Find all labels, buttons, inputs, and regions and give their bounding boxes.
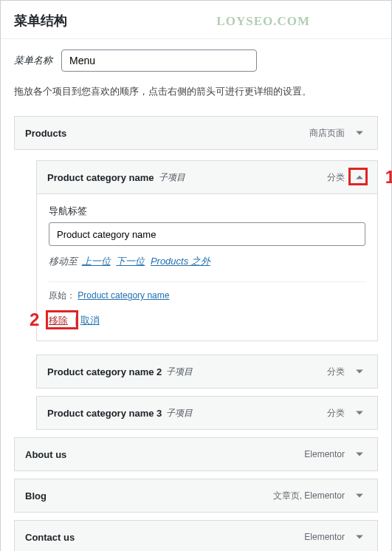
menu-item-title: Products bbox=[25, 128, 66, 139]
menu-item-type: 分类 bbox=[327, 366, 345, 378]
menu-item-title: Product category name bbox=[47, 172, 154, 183]
original-link[interactable]: Product category name bbox=[78, 290, 169, 301]
menu-item[interactable]: Products 商店页面 bbox=[14, 116, 378, 150]
menu-item-subtitle: 子项目 bbox=[166, 366, 193, 378]
menu-item-bar[interactable]: Blog 文章页, Elementor bbox=[15, 479, 377, 512]
menu-item-subtitle: 子项目 bbox=[159, 171, 185, 184]
menu-item-type: 分类 bbox=[327, 407, 345, 420]
chevron-down-icon[interactable] bbox=[352, 488, 367, 503]
menu-item[interactable]: Product category name 3 子项目 分类 bbox=[36, 396, 378, 430]
move-down-link[interactable]: 下一位 bbox=[116, 256, 145, 267]
watermark-text: LOYSEO.COM bbox=[216, 14, 310, 29]
menu-item-bar[interactable]: Contact us Elementor bbox=[15, 521, 377, 551]
original-label: 原始： bbox=[49, 290, 75, 301]
menu-name-row: 菜单名称 bbox=[1, 39, 391, 79]
menu-item-type: 商店页面 bbox=[309, 127, 345, 140]
menu-item[interactable]: Product category name 2 子项目 分类 bbox=[36, 355, 378, 389]
menu-item-title: Product category name 2 bbox=[47, 366, 162, 377]
annotation-number-1: 1 bbox=[385, 167, 392, 188]
menu-item[interactable]: Contact us Elementor bbox=[14, 520, 378, 551]
menu-item-settings: 导航标签 移动至 上一位 下一位 Products 之外 原始： Product… bbox=[36, 194, 378, 341]
menu-item[interactable]: Blog 文章页, Elementor bbox=[14, 479, 378, 513]
menu-item-bar[interactable]: Product category name 子项目 分类 bbox=[37, 161, 377, 194]
chevron-up-icon[interactable] bbox=[352, 170, 367, 185]
menu-item-bar[interactable]: Products 商店页面 bbox=[15, 117, 377, 149]
chevron-down-icon[interactable] bbox=[352, 530, 367, 544]
menu-item-type: 文章页, Elementor bbox=[273, 490, 345, 502]
menu-item-title: About us bbox=[25, 449, 66, 460]
chevron-down-icon[interactable] bbox=[352, 447, 367, 462]
move-label: 移动至 bbox=[49, 256, 78, 267]
nav-label-label: 导航标签 bbox=[49, 205, 365, 218]
menu-item-type: Elementor bbox=[304, 532, 345, 542]
chevron-down-icon[interactable] bbox=[352, 126, 367, 140]
menu-item[interactable]: About us Elementor bbox=[14, 437, 378, 471]
move-out-link[interactable]: Products 之外 bbox=[151, 256, 210, 267]
menu-name-input[interactable] bbox=[61, 49, 257, 72]
menu-item-title: Product category name 3 bbox=[47, 408, 162, 419]
annotation-box-1 bbox=[348, 168, 368, 185]
menu-item-title: Blog bbox=[25, 490, 47, 502]
menu-item[interactable]: Product category name 子项目 分类 1 bbox=[36, 160, 378, 194]
menu-item-type: 分类 bbox=[327, 171, 345, 184]
chevron-down-icon[interactable] bbox=[352, 364, 367, 379]
move-up-link[interactable]: 上一位 bbox=[82, 256, 111, 267]
menu-item-title: Contact us bbox=[25, 532, 75, 543]
menu-item-bar[interactable]: Product category name 3 子项目 分类 bbox=[37, 397, 377, 429]
action-row: 2 移除 | 取消 bbox=[49, 312, 365, 329]
panel-header: 菜单结构 LOYSEO.COM bbox=[1, 1, 391, 39]
menu-item-bar[interactable]: Product category name 2 子项目 分类 bbox=[37, 355, 377, 388]
annotation-box-2 bbox=[46, 310, 78, 329]
nav-label-input[interactable] bbox=[49, 222, 365, 246]
instructions-text: 拖放各个项目到您喜欢的顺序，点击右侧的箭头可进行更详细的设置。 bbox=[1, 79, 391, 109]
cancel-link[interactable]: 取消 bbox=[80, 315, 100, 326]
menu-item-subtitle: 子项目 bbox=[166, 407, 193, 420]
menu-items-list: Products 商店页面 Product category name 子项目 … bbox=[1, 116, 391, 551]
menu-structure-panel: 菜单结构 LOYSEO.COM 菜单名称 拖放各个项目到您喜欢的顺序，点击右侧的… bbox=[0, 0, 392, 551]
panel-title: 菜单结构 bbox=[14, 12, 378, 30]
menu-item-type: Elementor bbox=[304, 449, 345, 459]
menu-name-label: 菜单名称 bbox=[14, 54, 52, 67]
annotation-number-2: 2 bbox=[30, 309, 39, 330]
menu-item-bar[interactable]: About us Elementor bbox=[15, 438, 377, 470]
original-row: 原始： Product category name bbox=[49, 281, 365, 302]
move-row: 移动至 上一位 下一位 Products 之外 bbox=[49, 255, 365, 268]
chevron-down-icon[interactable] bbox=[352, 405, 367, 420]
